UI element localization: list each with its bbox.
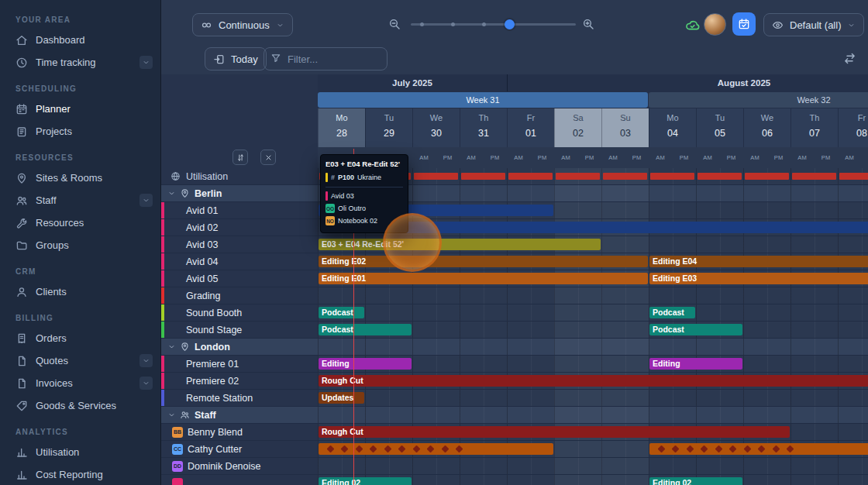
row-label[interactable]: Avid 02: [161, 219, 318, 236]
row-track[interactable]: [318, 339, 868, 355]
row-track[interactable]: [318, 441, 868, 457]
day-column-header[interactable]: Sa02: [554, 108, 601, 147]
booking-bar[interactable]: Editing E03: [649, 273, 868, 284]
row-label[interactable]: Grading: [161, 287, 318, 304]
sync-cloud-icon[interactable]: [685, 18, 700, 33]
row-label[interactable]: Avid 01: [161, 202, 318, 218]
zoom-slider[interactable]: [411, 23, 576, 26]
row-label[interactable]: Avid 04: [161, 253, 318, 270]
booking-bar[interactable]: Updates: [319, 392, 364, 404]
booking-calendar-button[interactable]: [732, 12, 756, 36]
booking-bar[interactable]: [390, 222, 868, 233]
row-label[interactable]: Avid 03: [161, 236, 318, 253]
chevron-badge[interactable]: [140, 194, 153, 207]
day-column-header[interactable]: We30: [412, 108, 460, 147]
sidebar-item-utilisation[interactable]: Utilisation: [0, 441, 160, 463]
week-header[interactable]: Week 32: [649, 92, 868, 108]
row-label[interactable]: DDDominik Denoise: [161, 458, 318, 474]
day-column-header[interactable]: Fr08: [838, 108, 868, 147]
booking-bar[interactable]: Editing 02: [319, 477, 412, 485]
booking-bar[interactable]: Editing: [649, 358, 742, 370]
sidebar-item-resources[interactable]: Resources: [0, 212, 160, 234]
booking-bar[interactable]: Podcast: [649, 307, 695, 318]
row-label[interactable]: Sound Booth: [161, 304, 318, 321]
booking-bar[interactable]: Rough Cut: [319, 426, 790, 438]
row-track[interactable]: Updates: [318, 390, 868, 406]
row-track[interactable]: [318, 287, 868, 304]
sidebar-item-clients[interactable]: Clients: [0, 280, 160, 303]
sidebar-item-cost-reporting[interactable]: Cost Reporting: [0, 463, 160, 485]
row-track[interactable]: [318, 407, 868, 423]
sidebar-item-planner[interactable]: Planner: [0, 98, 160, 120]
sidebar-item-groups[interactable]: Groups: [0, 234, 160, 256]
row-track[interactable]: Editing 02Editing 02: [318, 475, 868, 485]
filter-input[interactable]: [264, 47, 388, 71]
day-column-header[interactable]: We06: [743, 108, 790, 147]
clear-selection-button[interactable]: [260, 150, 276, 165]
row-label[interactable]: Remote Station: [161, 390, 318, 406]
row-label[interactable]: Berlin: [161, 185, 318, 201]
zoom-out-icon[interactable]: [388, 18, 401, 30]
chevron-badge[interactable]: [140, 354, 153, 367]
sidebar-item-sites-rooms[interactable]: Sites & Rooms: [0, 167, 160, 189]
row-label[interactable]: [161, 475, 318, 485]
booking-bar[interactable]: Editing 02: [649, 477, 742, 485]
row-track[interactable]: Editing E01Editing E03: [318, 270, 868, 287]
zoom-in-icon[interactable]: [582, 18, 594, 30]
sidebar-item-orders[interactable]: Orders: [0, 327, 160, 349]
sidebar-item-goods-services[interactable]: Goods & Services: [0, 394, 160, 417]
sort-rows-button[interactable]: [232, 150, 248, 165]
booking-bar[interactable]: Podcast: [319, 307, 364, 318]
booking-bar[interactable]: E03 + E04 Re-Edit 52': [319, 239, 601, 250]
row-track[interactable]: Rough Cut: [318, 373, 868, 389]
sidebar-item-invoices[interactable]: Invoices: [0, 372, 160, 394]
day-column-header[interactable]: Tu29: [365, 108, 412, 147]
booking-bar[interactable]: Editing E02: [319, 256, 648, 267]
view-mode-dropdown[interactable]: Continuous: [192, 13, 293, 36]
row-label[interactable]: London: [161, 339, 318, 355]
row-track[interactable]: Editing E02Editing E04: [318, 253, 868, 270]
booking-bar[interactable]: Podcast: [319, 324, 412, 335]
day-column-header[interactable]: Tu05: [696, 108, 743, 147]
sidebar-item-dashboard[interactable]: Dashboard: [0, 29, 160, 51]
sidebar-item-time-tracking[interactable]: Time tracking: [0, 51, 160, 74]
booking-bar[interactable]: Podcast: [649, 324, 742, 335]
day-column-header[interactable]: Su03: [601, 108, 649, 147]
row-label[interactable]: Utilisation: [161, 168, 318, 184]
row-label[interactable]: BBBenny Blend: [161, 424, 318, 440]
row-label[interactable]: Avid 05: [161, 270, 318, 287]
layout-swap-icon[interactable]: [843, 52, 856, 65]
day-column-header[interactable]: Th07: [790, 108, 838, 147]
booking-bar[interactable]: [319, 443, 553, 455]
row-track[interactable]: PodcastPodcast: [318, 322, 868, 338]
booking-bar[interactable]: [649, 443, 868, 455]
row-track[interactable]: Rough Cut: [318, 424, 868, 440]
row-track[interactable]: PodcastPodcast: [318, 304, 868, 321]
day-column-header[interactable]: Fr01: [507, 108, 554, 147]
row-track[interactable]: E03 + E04 Re-Edit 52': [318, 236, 868, 253]
booking-bar[interactable]: Editing E01: [319, 273, 648, 284]
zoom-slider-knob[interactable]: [505, 19, 515, 29]
day-column-header[interactable]: Mo04: [649, 108, 696, 147]
booking-bar[interactable]: Editing: [319, 358, 412, 370]
row-label[interactable]: CCCathy Cutter: [161, 441, 318, 457]
row-label[interactable]: Premiere 02: [161, 373, 318, 389]
row-track[interactable]: EditingEditing: [318, 356, 868, 372]
booking-bar[interactable]: Rough Cut: [319, 375, 868, 387]
week-header[interactable]: Week 31: [318, 92, 648, 108]
user-avatar[interactable]: [704, 13, 726, 36]
sidebar-item-staff[interactable]: Staff: [0, 189, 160, 212]
row-label[interactable]: Premiere 01: [161, 356, 318, 372]
view-profile-dropdown[interactable]: Default (all): [763, 13, 864, 36]
row-label[interactable]: Staff: [161, 407, 318, 423]
row-track[interactable]: [318, 458, 868, 474]
sidebar-item-quotes[interactable]: Quotes: [0, 349, 160, 372]
booking-bar[interactable]: Editing E04: [649, 256, 868, 267]
day-column-header[interactable]: Th31: [460, 108, 507, 147]
sidebar-item-projects[interactable]: Projects: [0, 120, 160, 143]
row-label[interactable]: Sound Stage: [161, 322, 318, 338]
today-button[interactable]: Today: [205, 47, 267, 71]
day-column-header[interactable]: Mo28: [318, 108, 365, 147]
chevron-badge[interactable]: [140, 56, 153, 69]
chevron-badge[interactable]: [140, 377, 153, 390]
